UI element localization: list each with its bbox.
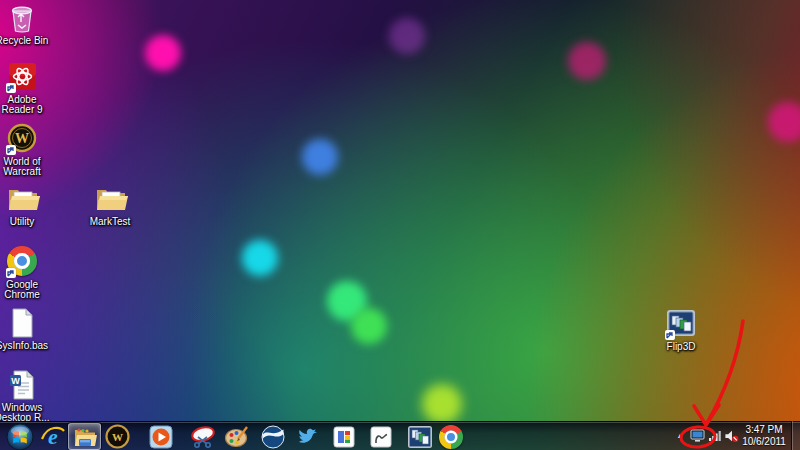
taskbar-item-internet-explorer[interactable]: e — [40, 422, 66, 450]
twitter-bird-icon — [296, 425, 320, 449]
wow-ring-icon: W — [105, 424, 130, 449]
desktop-icon-world-of-warcraft[interactable]: W World of Warcraft — [0, 123, 51, 177]
desktop-icon-sysinfo-bas[interactable]: SysInfo.bas — [0, 307, 51, 351]
clock-time: 3:47 PM — [740, 424, 788, 436]
clock[interactable]: 3:47 PM 10/6/2011 — [740, 424, 790, 448]
desktop-icon-google-chrome[interactable]: Google Chrome — [0, 245, 51, 300]
desktop-icon-label: World of Warcraft — [0, 157, 51, 177]
svg-text:W: W — [112, 431, 123, 443]
bokeh-dot — [302, 139, 338, 175]
recycle-bin-icon — [6, 2, 38, 34]
svg-text:W: W — [15, 131, 29, 146]
wireless-signal-icon[interactable] — [707, 428, 722, 444]
taskbar-item-twitter[interactable] — [295, 422, 321, 450]
bokeh-dot — [242, 240, 278, 276]
tray-display-icon[interactable] — [690, 428, 705, 444]
adobe-reader-icon — [6, 61, 38, 93]
google-mosaic-icon — [333, 426, 355, 448]
flag-squiggle-icon — [370, 426, 392, 448]
chrome-ball-icon — [439, 425, 463, 449]
system-tray: ▲ — [671, 421, 800, 450]
desktop-icon-flip3d[interactable]: Flip3D — [652, 308, 710, 352]
shortcut-arrow-icon — [6, 145, 16, 155]
palette-icon — [224, 425, 250, 449]
windows-orb-icon — [6, 423, 34, 450]
taskbar-item-media-player[interactable] — [148, 422, 174, 450]
taskbar-item-bird-circle-app[interactable] — [260, 422, 286, 450]
desktop-icon-recycle-bin[interactable]: Recycle Bin — [0, 2, 51, 46]
bokeh-dot — [351, 308, 387, 344]
scissors-icon — [190, 425, 216, 449]
desktop-icon-label: Google Chrome — [0, 280, 51, 300]
folder-icon — [94, 183, 126, 215]
desktop-icon-adobe-reader[interactable]: Adobe Reader 9 — [0, 61, 51, 115]
desktop-icon-label: Windows Desktop R... — [0, 403, 51, 423]
desktop-icon-label: Flip3D — [652, 342, 710, 352]
stacked-windows-icon — [407, 425, 433, 449]
taskbar-item-google-app[interactable] — [331, 422, 357, 450]
bokeh-dot — [568, 42, 606, 80]
taskbar-item-windows-explorer[interactable] — [68, 423, 101, 450]
shortcut-arrow-icon — [6, 268, 16, 278]
folder-icon — [6, 183, 38, 215]
volume-muted-icon[interactable] — [724, 428, 739, 444]
world-of-warcraft-icon: W — [6, 123, 38, 155]
google-chrome-icon — [6, 246, 38, 278]
show-desktop-button[interactable] — [791, 421, 800, 450]
play-button-icon — [149, 425, 173, 449]
bird-in-circle-icon — [261, 425, 285, 449]
taskbar-item-paint[interactable] — [224, 422, 250, 450]
start-button[interactable] — [4, 422, 36, 450]
internet-explorer-icon: e — [40, 424, 66, 450]
desktop-icon-label: Utility — [0, 217, 51, 227]
desktop-icon-utility-folder[interactable]: Utility — [0, 183, 51, 227]
svg-text:W: W — [11, 376, 20, 386]
shortcut-arrow-icon — [6, 83, 16, 93]
desktop-icon-label: Adobe Reader 9 — [0, 95, 51, 115]
desktop-icon-marktest-folder[interactable]: MarkTest — [81, 183, 139, 227]
clock-date: 10/6/2011 — [740, 436, 788, 448]
show-hidden-icons-button[interactable]: ▲ — [671, 426, 689, 446]
taskbar-item-chrome[interactable] — [438, 422, 464, 450]
bokeh-dot — [389, 18, 425, 54]
flip3d-icon — [665, 308, 697, 340]
bokeh-dot — [768, 102, 800, 142]
taskbar-item-flip3d[interactable] — [406, 422, 434, 450]
taskbar-item-snipping-tool[interactable] — [190, 422, 216, 450]
desktop-icon-label: Recycle Bin — [0, 36, 51, 46]
desktop-screen: Recycle Bin Adobe Reader 9 W — [0, 0, 800, 450]
desktop-icon-label: MarkTest — [81, 217, 139, 227]
taskbar: e W — [0, 421, 800, 450]
taskbar-item-world-of-warcraft[interactable]: W — [104, 422, 131, 450]
desktop-icon-label: SysInfo.bas — [0, 341, 51, 351]
desktop-icon-windows-desktop-doc[interactable]: W Windows Desktop R... — [0, 369, 51, 423]
bas-file-icon — [6, 307, 38, 339]
bokeh-dot — [422, 384, 462, 424]
shortcut-arrow-icon — [665, 330, 675, 340]
explorer-folder-icon — [73, 426, 97, 448]
bokeh-dot — [145, 35, 181, 71]
taskbar-item-flag-glyph-app[interactable] — [368, 422, 394, 450]
chevron-up-icon: ▲ — [677, 432, 684, 439]
word-document-icon: W — [6, 369, 38, 401]
